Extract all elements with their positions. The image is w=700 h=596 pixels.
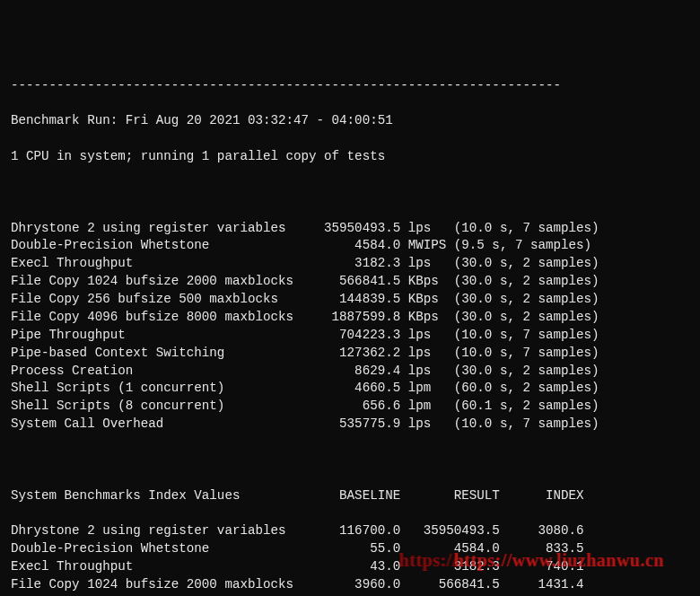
test-row: Shell Scripts (1 concurrent) 4660.5 lpm … — [11, 380, 689, 398]
test-row: Double-Precision Whetstone 4584.0 MWIPS … — [11, 237, 689, 255]
cpu-info-line: 1 CPU in system; running 1 parallel copy… — [11, 148, 689, 166]
separator-top: ----------------------------------------… — [11, 77, 689, 95]
test-row: Pipe Throughput 704223.3 lps (10.0 s, 7 … — [11, 327, 689, 345]
test-row: File Copy 4096 bufsize 8000 maxblocks 18… — [11, 309, 689, 327]
test-row: Shell Scripts (8 concurrent) 656.6 lpm (… — [11, 398, 689, 416]
test-row: File Copy 256 bufsize 500 maxblocks 1448… — [11, 291, 689, 309]
blank-line — [11, 184, 689, 202]
tests-block: Dhrystone 2 using register variables 359… — [11, 220, 689, 434]
test-row: Process Creation 8629.4 lps (30.0 s, 2 s… — [11, 363, 689, 381]
index-row: Dhrystone 2 using register variables 116… — [11, 522, 689, 540]
benchmark-run-line: Benchmark Run: Fri Aug 20 2021 03:32:47 … — [11, 112, 689, 130]
test-row: Execl Throughput 3182.3 lps (30.0 s, 2 s… — [11, 255, 689, 273]
test-row: File Copy 1024 bufsize 2000 maxblocks 56… — [11, 273, 689, 291]
index-header-row: System Benchmarks Index Values BASELINE … — [11, 487, 689, 505]
test-row: System Call Overhead 535775.9 lps (10.0 … — [11, 416, 689, 434]
index-row: Execl Throughput 43.0 3182.3 740.1 — [11, 558, 689, 576]
test-row: Pipe-based Context Switching 127362.2 lp… — [11, 345, 689, 363]
test-row: Dhrystone 2 using register variables 359… — [11, 220, 689, 238]
index-block: Dhrystone 2 using register variables 116… — [11, 522, 689, 596]
blank-line — [11, 451, 689, 469]
index-row: Double-Precision Whetstone 55.0 4584.0 8… — [11, 540, 689, 558]
index-row: File Copy 1024 bufsize 2000 maxblocks 39… — [11, 576, 689, 594]
